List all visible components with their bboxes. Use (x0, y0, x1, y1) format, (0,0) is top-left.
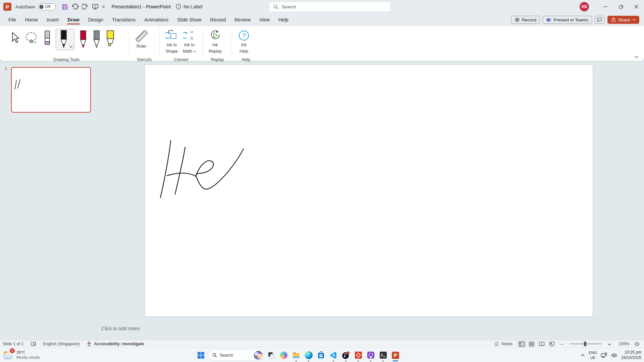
reading-view-button[interactable] (537, 341, 546, 347)
red-pen-button[interactable] (76, 29, 90, 50)
file-explorer-button[interactable] (291, 350, 301, 360)
collapse-ribbon-chevron-icon (635, 56, 639, 58)
red-diamond-app-button[interactable] (353, 350, 363, 360)
spellcheck-button[interactable] (31, 341, 36, 347)
weather-badge: 2 (10, 348, 15, 353)
lasso-select-button[interactable] (22, 30, 41, 47)
ink-to-math-label-line2: Math (183, 49, 196, 54)
terminal-button[interactable] (378, 350, 388, 360)
vscode-button[interactable] (328, 350, 338, 360)
redo-button[interactable] (81, 2, 90, 11)
edge-button[interactable] (304, 350, 314, 360)
customize-qat-button[interactable] (101, 2, 106, 11)
save-button[interactable] (61, 2, 69, 11)
tab-design[interactable]: Design (84, 14, 108, 25)
ink-replay-button[interactable]: Ink Replay (206, 29, 224, 55)
language-button[interactable]: English (Singapore) (43, 342, 80, 346)
ruler-button[interactable]: Ruler (132, 29, 151, 50)
tab-home[interactable]: Home (20, 14, 42, 25)
lasso-select-icon (24, 32, 39, 46)
tab-review[interactable]: Review (230, 14, 255, 25)
tab-view[interactable]: View (255, 14, 274, 25)
microsoft-store-button[interactable] (316, 350, 326, 360)
ink-to-math-button[interactable]: π π Ink to Math (180, 29, 198, 55)
zoom-slider-handle[interactable] (584, 342, 586, 346)
tray-time: 10:25 pm (621, 350, 641, 355)
ink-to-shape-button[interactable]: Ink to Shape (163, 29, 180, 55)
ruler-icon (135, 29, 148, 43)
tab-animations[interactable]: Animations (140, 14, 173, 25)
ink-help-button[interactable]: ? Ink Help (235, 29, 252, 55)
zoom-slider[interactable] (570, 344, 602, 344)
slide-thumbnail-selected[interactable] (11, 67, 91, 113)
share-button[interactable]: Share (607, 16, 639, 24)
language-indicator[interactable]: ENG UK (589, 350, 597, 360)
search-highlight-image[interactable] (254, 351, 263, 360)
taskbar-search-box[interactable]: Search (208, 350, 264, 361)
slide-indicator[interactable]: Slide 1 of 1 (3, 342, 24, 346)
slide-canvas[interactable] (145, 64, 593, 317)
restore-button[interactable] (613, 0, 629, 13)
undo-button[interactable] (71, 2, 79, 11)
slideshow-view-button[interactable] (547, 341, 556, 347)
titlebar-search-box[interactable]: Search (269, 2, 391, 12)
start-slideshow-button[interactable] (91, 2, 100, 11)
normal-view-button[interactable] (517, 341, 526, 347)
edge-icon (305, 351, 313, 359)
record-button[interactable]: Record (511, 16, 540, 24)
group-help: ? Ink Help Help (232, 26, 260, 64)
autosave-toggle[interactable]: Off (38, 3, 56, 10)
highlighter-button[interactable] (103, 29, 117, 50)
slide-sorter-view-button[interactable] (527, 341, 536, 347)
tab-slide-show[interactable]: Slide Show (173, 14, 206, 25)
tray-chevron-button[interactable] (581, 354, 585, 357)
tab-insert[interactable]: Insert (42, 14, 63, 25)
zoom-out-button[interactable]: − (557, 341, 566, 347)
pencil-button[interactable] (90, 29, 103, 50)
zoom-in-button[interactable]: + (605, 341, 614, 347)
notes-placeholder[interactable]: Click to add notes (101, 326, 140, 331)
account-avatar[interactable]: HS (580, 2, 589, 11)
autosave-control[interactable]: AutoSave Off (15, 3, 56, 10)
volume-button[interactable] (611, 353, 618, 358)
present-in-teams-label: Present in Teams (553, 17, 588, 22)
collapse-ribbon-button[interactable] (635, 56, 639, 58)
tab-record[interactable]: Record (206, 14, 230, 25)
accessibility-status[interactable]: Accessibility: Investigate (86, 341, 144, 347)
tab-help[interactable]: Help (274, 14, 293, 25)
select-tool-button[interactable] (7, 30, 22, 46)
copilot-button[interactable] (279, 350, 289, 360)
slideshow-view-icon (549, 342, 555, 347)
tab-draw[interactable]: Draw (63, 14, 84, 25)
group-drawing-tools: Drawing Tools (4, 26, 129, 64)
tab-transitions[interactable]: Transitions (108, 14, 140, 25)
task-view-button[interactable] (266, 350, 276, 360)
pen-options-chevron-icon[interactable] (69, 46, 73, 48)
ribbon-tab-row: File Home Insert Draw Design Transitions… (0, 13, 644, 26)
weather-widget[interactable]: 2 28°C Mostly cloudy (3, 349, 40, 361)
clock-widget[interactable]: 10:25 pm 15/10/2025 (621, 350, 641, 360)
notes-divider[interactable] (97, 318, 644, 318)
network-button[interactable] (601, 352, 607, 358)
start-button[interactable] (196, 350, 206, 360)
comments-button[interactable] (595, 16, 605, 24)
reading-view-icon (539, 342, 545, 347)
close-button[interactable] (629, 0, 644, 13)
obs-button[interactable] (341, 350, 351, 360)
fit-to-window-button[interactable] (633, 341, 641, 347)
group-label-help: Help (232, 57, 260, 62)
eraser-button[interactable] (41, 29, 54, 48)
sensitivity-label-button[interactable]: ? No Label (175, 4, 202, 10)
present-in-teams-button[interactable]: T Present in Teams (543, 16, 592, 24)
record-icon (515, 17, 520, 22)
slide-sorter-icon (529, 342, 534, 347)
github-desktop-button[interactable] (366, 350, 376, 360)
black-pen-button-selected[interactable] (56, 29, 74, 50)
minimize-button[interactable] (598, 0, 613, 13)
search-icon (273, 4, 278, 9)
powerpoint-taskbar-button[interactable]: P (390, 350, 400, 360)
tab-file[interactable]: File (4, 14, 20, 25)
group-label-drawing-tools: Drawing Tools (4, 57, 129, 62)
zoom-level[interactable]: 105% (616, 342, 629, 346)
notes-toggle-button[interactable]: Notes (494, 342, 513, 346)
